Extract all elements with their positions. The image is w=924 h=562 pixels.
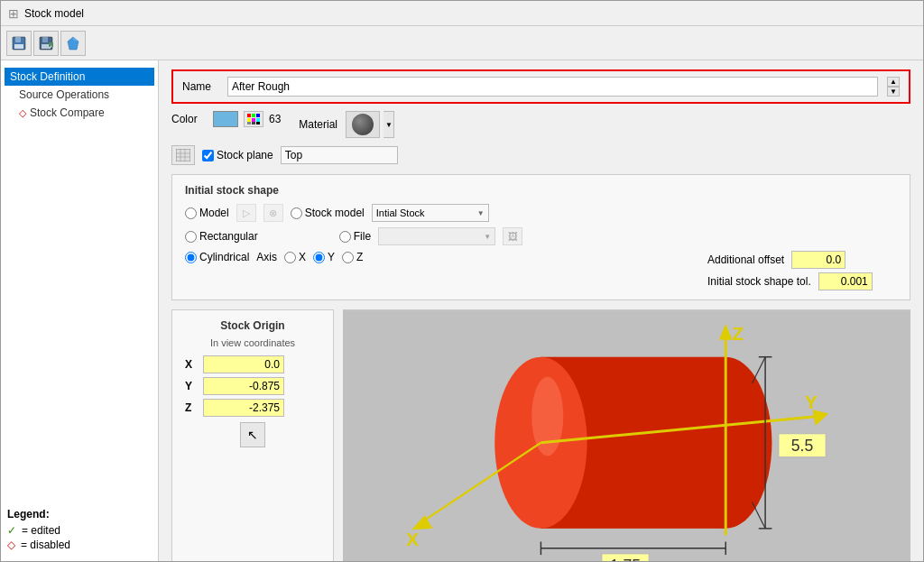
gem-button[interactable]: [60, 31, 86, 56]
model-radio-label[interactable]: Model: [185, 207, 229, 219]
title-bar: ⊞ Stock model: [1, 1, 923, 26]
material-label: Material: [299, 118, 342, 131]
color-number: 63: [269, 113, 281, 125]
stock-tol-input[interactable]: [818, 272, 873, 290]
stock-model-radio[interactable]: [291, 207, 302, 219]
file-radio-label[interactable]: File: [339, 230, 371, 243]
main-content: Stock Definition Source Operations ◇ Sto…: [1, 60, 923, 561]
name-spinner: ▲ ▼: [887, 77, 900, 97]
stock-plane-row: Stock plane: [171, 145, 910, 165]
additional-offset-input[interactable]: [791, 251, 845, 269]
section-title: Initial stock shape: [185, 184, 897, 197]
svg-text:+: +: [50, 43, 52, 49]
svg-rect-1: [15, 37, 21, 42]
file-browse-button[interactable]: 🖼: [503, 227, 522, 245]
initial-stock-shape-section: Initial stock shape Model ▷ ⊗ Stock mode…: [171, 174, 910, 300]
save2-button[interactable]: +: [33, 31, 59, 56]
name-input[interactable]: [227, 77, 878, 97]
x-coord-label: X: [185, 358, 198, 371]
additional-offset-label: Additional offset: [707, 253, 784, 266]
svg-text:X: X: [406, 529, 419, 549]
stock-origin-title: Stock Origin: [185, 319, 320, 332]
cylindrical-radio-label[interactable]: Cylindrical: [185, 251, 249, 263]
material-sphere-icon: [352, 114, 374, 135]
axis-y-radio-label[interactable]: Y: [313, 251, 335, 263]
stock-origin-box: Stock Origin In view coordinates X Y Z: [171, 309, 334, 561]
material-dropdown-button[interactable]: ▼: [383, 111, 394, 138]
y-coord-input[interactable]: [203, 377, 284, 395]
color-section: Color 63: [171, 111, 281, 127]
additional-offset-row: Additional offset: [707, 251, 845, 269]
plane-input[interactable]: [281, 146, 398, 164]
material-section: Material ▼: [299, 111, 394, 138]
y-coord-label: Y: [185, 380, 198, 392]
stock-tol-label: Initial stock shape tol.: [707, 275, 811, 288]
rectangular-radio[interactable]: [185, 231, 197, 243]
axis-z-radio-label[interactable]: Z: [342, 251, 363, 263]
svg-rect-16: [247, 122, 251, 124]
svg-rect-4: [42, 37, 48, 42]
shape-icon-btn1[interactable]: ▷: [236, 204, 256, 222]
disabled-icon: ◇: [19, 107, 26, 119]
right-panel: Name ▲ ▼ Color: [159, 60, 923, 561]
shape-icon-btn2[interactable]: ⊗: [263, 204, 283, 222]
cylindrical-radio[interactable]: [185, 252, 197, 263]
svg-text:Z: Z: [733, 323, 744, 344]
window-icon: ⊞: [8, 6, 19, 21]
cursor-button[interactable]: ↖: [240, 422, 265, 447]
x-coord-input[interactable]: [203, 355, 284, 373]
check-icon: ✓: [7, 524, 16, 537]
file-radio[interactable]: [339, 231, 351, 243]
radio-row-2: Rectangular File ▼ 🖼: [185, 227, 897, 245]
name-label: Name: [182, 80, 218, 93]
rectangular-radio-label[interactable]: Rectangular: [185, 230, 258, 243]
color-label: Color: [171, 113, 208, 125]
dropdown-arrow-icon: ▼: [477, 209, 485, 217]
axis-y-radio[interactable]: [313, 252, 325, 263]
radio-row-1: Model ▷ ⊗ Stock model Intial Stock ▼: [185, 204, 897, 222]
legend: Legend: ✓ = edited ◇ = disabled: [7, 508, 70, 553]
axis-x-radio[interactable]: [284, 252, 296, 263]
spinner-down-button[interactable]: ▼: [887, 87, 900, 97]
svg-text:1.75: 1.75: [610, 557, 641, 561]
window-title: Stock model: [24, 7, 84, 20]
model-radio[interactable]: [185, 207, 197, 219]
name-row: Name ▲ ▼: [171, 69, 910, 104]
color-grid-button[interactable]: [244, 111, 263, 127]
legend-disabled: ◇ = disabled: [7, 539, 70, 551]
stock-plane-checkbox-label[interactable]: Stock plane: [202, 149, 273, 161]
svg-rect-13: [247, 118, 251, 122]
color-swatch[interactable]: [213, 111, 238, 127]
sidebar: Stock Definition Source Operations ◇ Sto…: [1, 60, 159, 561]
svg-rect-10: [247, 114, 251, 117]
svg-rect-14: [252, 118, 255, 122]
lower-section: Stock Origin In view coordinates X Y Z: [171, 309, 910, 561]
coords-subtitle: In view coordinates: [185, 337, 320, 348]
legend-edited: ✓ = edited: [7, 524, 70, 537]
stock-plane-checkbox[interactable]: [202, 150, 214, 161]
stock-plane-label-text: Stock plane: [217, 149, 273, 161]
svg-rect-2: [14, 44, 23, 49]
material-button[interactable]: [346, 111, 380, 138]
y-coord-row: Y: [185, 377, 320, 395]
save-button[interactable]: [6, 31, 32, 56]
initial-stock-dropdown[interactable]: Intial Stock ▼: [372, 204, 489, 222]
radio-row-3: Cylindrical Axis X Y: [185, 251, 363, 263]
x-icon: ◇: [7, 539, 15, 551]
z-coord-row: Z: [185, 399, 320, 417]
sidebar-item-stock-compare[interactable]: ◇ Stock Compare: [5, 104, 154, 122]
z-coord-input[interactable]: [203, 399, 284, 417]
viewport-svg: Z Y X: [343, 309, 910, 561]
grid-button[interactable]: [171, 145, 195, 165]
sidebar-item-source-operations[interactable]: Source Operations: [5, 86, 154, 104]
svg-text:Y: Y: [805, 392, 818, 412]
axis-x-radio-label[interactable]: X: [284, 251, 306, 263]
toolbar: +: [1, 26, 923, 60]
main-window: ⊞ Stock model + Stock Definition Source …: [0, 0, 924, 562]
z-coord-label: Z: [185, 401, 198, 414]
svg-point-28: [531, 377, 563, 456]
stock-model-radio-label[interactable]: Stock model: [291, 207, 365, 219]
axis-z-radio[interactable]: [342, 252, 354, 263]
sidebar-item-stock-definition[interactable]: Stock Definition: [5, 68, 154, 86]
spinner-up-button[interactable]: ▲: [887, 77, 900, 87]
